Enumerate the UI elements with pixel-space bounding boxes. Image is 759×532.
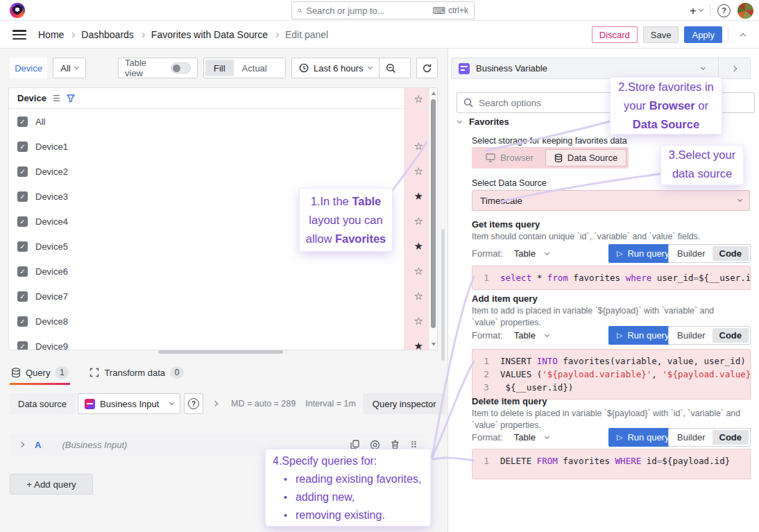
favorite-star-icon[interactable]: ★ bbox=[414, 191, 423, 202]
open-viz-picker-button[interactable] bbox=[725, 67, 743, 71]
search-bar[interactable]: ⌨ctrl+k bbox=[291, 1, 475, 19]
datasource-picker[interactable]: Business Input bbox=[78, 393, 180, 414]
pane-scrollbar[interactable] bbox=[441, 229, 445, 361]
favorite-star-icon[interactable]: ☆ bbox=[414, 216, 423, 227]
query-count-badge: 1 bbox=[55, 366, 69, 379]
add-item-code-editor[interactable]: 1INSERT INTO favorites(variable, value, … bbox=[472, 349, 751, 400]
section-favorites[interactable]: Favorites bbox=[458, 117, 509, 127]
storage-datasource-option[interactable]: Data Source bbox=[545, 149, 626, 166]
breadcrumb-dashboard-name[interactable]: Favorites with Data Source bbox=[151, 29, 268, 40]
run-query-button[interactable]: ▷Run query bbox=[608, 244, 677, 263]
grafana-logo-icon[interactable] bbox=[10, 3, 25, 18]
monitor-icon bbox=[486, 153, 495, 162]
refresh-button[interactable] bbox=[416, 58, 438, 78]
chevron-down-icon bbox=[545, 434, 549, 438]
panel-type-header[interactable]: Business Variable bbox=[451, 58, 751, 79]
run-query-button[interactable]: ▷Run query bbox=[608, 326, 677, 345]
column-header-device[interactable]: Device bbox=[17, 93, 46, 103]
add-query-button[interactable]: + Add query bbox=[10, 474, 93, 495]
trash-icon[interactable] bbox=[391, 440, 400, 449]
run-query-button[interactable]: ▷Run query bbox=[608, 428, 677, 447]
variable-value-dropdown[interactable]: All bbox=[53, 58, 86, 78]
time-range-picker[interactable]: Last 6 hours bbox=[292, 58, 380, 78]
favorite-star-icon[interactable]: ★ bbox=[414, 341, 423, 351]
database-icon bbox=[11, 368, 21, 378]
code-option[interactable]: Code bbox=[713, 246, 749, 261]
duplicate-icon[interactable] bbox=[350, 440, 359, 449]
fill-option[interactable]: Fill bbox=[205, 60, 234, 76]
hide-response-icon[interactable] bbox=[370, 440, 380, 450]
discard-button[interactable]: Discard bbox=[592, 26, 638, 43]
storage-browser-option[interactable]: Browser bbox=[474, 149, 545, 166]
row-checkbox[interactable]: ✓ bbox=[17, 141, 28, 152]
row-checkbox[interactable]: ✓ bbox=[17, 191, 28, 202]
table-horizontal-scrollbar[interactable] bbox=[158, 350, 283, 354]
tab-query[interactable]: Query 1 bbox=[10, 361, 70, 384]
builder-option[interactable]: Builder bbox=[670, 430, 712, 445]
chevron-down-icon bbox=[368, 65, 373, 69]
code-option[interactable]: Code bbox=[713, 430, 749, 445]
time-range-group: Last 6 hours bbox=[291, 58, 411, 78]
annotation-3-select-datasource: 3.Select your data source bbox=[661, 146, 743, 185]
apply-button[interactable]: Apply bbox=[684, 26, 722, 43]
builder-option[interactable]: Builder bbox=[670, 328, 712, 343]
line-number: 1 bbox=[472, 271, 500, 284]
row-checkbox[interactable]: ✓ bbox=[17, 216, 28, 227]
row-checkbox[interactable]: ✓ bbox=[17, 266, 28, 277]
variable-label-button[interactable]: Device bbox=[10, 58, 47, 78]
select-datasource-label: Select Data Source bbox=[472, 178, 547, 188]
filter-icon[interactable] bbox=[67, 94, 75, 103]
add-menu-button[interactable]: + bbox=[690, 5, 703, 17]
tab-transform-data[interactable]: Transform data 0 bbox=[88, 361, 185, 384]
row-checkbox[interactable]: ✓ bbox=[17, 291, 28, 302]
format-label: Format: bbox=[472, 330, 503, 341]
favorite-star-icon[interactable]: ☆ bbox=[414, 266, 423, 277]
format-label: Format: bbox=[472, 432, 503, 443]
toggle-switch[interactable] bbox=[171, 62, 191, 74]
menu-icon[interactable] bbox=[12, 30, 26, 40]
collapse-options-button[interactable] bbox=[734, 26, 752, 43]
row-checkbox[interactable]: ✓ bbox=[17, 117, 28, 127]
builder-code-switch: Builder Code bbox=[668, 326, 751, 345]
format-value-select[interactable]: Table bbox=[514, 248, 536, 259]
breadcrumb-dashboards[interactable]: Dashboards bbox=[81, 29, 134, 40]
drag-handle-icon[interactable]: ⠿ bbox=[410, 440, 418, 450]
format-value-select[interactable]: Table bbox=[514, 330, 536, 341]
actual-option[interactable]: Actual bbox=[234, 60, 275, 76]
business-variable-icon bbox=[459, 63, 470, 74]
scroll-down-arrow[interactable] bbox=[432, 343, 436, 346]
format-value-select[interactable]: Table bbox=[514, 432, 536, 443]
query-inspector-button[interactable]: Query inspector bbox=[363, 393, 446, 414]
expand-options-chevron[interactable] bbox=[212, 401, 218, 406]
list-icon[interactable]: ☰ bbox=[53, 94, 60, 103]
annotation-1-table-favorites: 1.In the Table layout you can allow Favo… bbox=[300, 189, 392, 251]
favorite-star-icon[interactable]: ☆ bbox=[414, 166, 423, 177]
get-items-code-editor[interactable]: 1select * from favorites where user_id=$… bbox=[472, 266, 751, 290]
favorite-star-icon[interactable]: ☆ bbox=[414, 141, 423, 152]
row-checkbox[interactable]: ✓ bbox=[17, 316, 28, 327]
row-checkbox[interactable]: ✓ bbox=[17, 341, 28, 351]
datasource-select[interactable]: Timescale bbox=[472, 190, 750, 211]
delete-item-format-row: Format: Table ▷Run query Builder Code bbox=[472, 428, 751, 447]
row-checkbox[interactable]: ✓ bbox=[17, 166, 28, 177]
scrollbar-thumb[interactable] bbox=[431, 99, 436, 328]
delete-item-code-editor[interactable]: 1DELETE FROM favorites WHERE id=${payloa… bbox=[472, 449, 751, 479]
delete-item-query-title: Delete item query bbox=[472, 396, 547, 406]
help-button[interactable]: ? bbox=[717, 4, 731, 17]
breadcrumb-home[interactable]: Home bbox=[38, 29, 64, 40]
favorite-star-icon[interactable]: ☆ bbox=[414, 291, 423, 302]
scroll-up-arrow[interactable] bbox=[432, 92, 436, 95]
favorite-star-icon[interactable]: ☆ bbox=[414, 316, 423, 327]
expand-query-chevron[interactable] bbox=[19, 442, 24, 447]
save-button[interactable]: Save bbox=[643, 26, 679, 43]
search-input[interactable] bbox=[306, 6, 428, 16]
table-view-toggle[interactable]: Table view bbox=[118, 58, 198, 78]
datasource-help-button[interactable]: ? bbox=[184, 393, 203, 414]
favorite-star-icon[interactable]: ★ bbox=[414, 241, 423, 252]
avatar[interactable] bbox=[737, 3, 753, 19]
row-checkbox[interactable]: ✓ bbox=[17, 241, 28, 252]
builder-option[interactable]: Builder bbox=[670, 246, 712, 261]
code-option[interactable]: Code bbox=[713, 328, 749, 343]
zoom-out-button[interactable] bbox=[380, 58, 403, 78]
table-vertical-scrollbar[interactable] bbox=[429, 88, 437, 350]
